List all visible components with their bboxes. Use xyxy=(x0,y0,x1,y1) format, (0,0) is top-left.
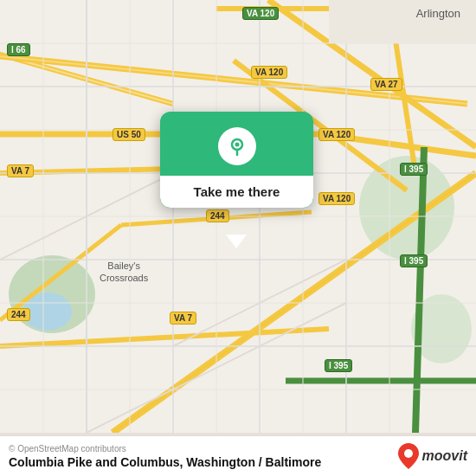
highway-label-i395-right1: I 395 xyxy=(400,163,428,176)
pin-icon xyxy=(225,134,249,158)
popup-card: Take me there xyxy=(160,112,313,208)
area-label-arlington: Arlington xyxy=(416,7,460,20)
highway-label-va120-right: VA 120 xyxy=(318,128,355,141)
location-title: Columbia Pike and Columbus, Washington /… xyxy=(9,455,321,469)
highway-label-i395-bottom: I 395 xyxy=(325,359,352,372)
highway-label-va27: VA 27 xyxy=(370,78,402,91)
svg-point-47 xyxy=(235,143,239,147)
highway-label-us50: US 50 xyxy=(113,128,145,141)
highway-label-i395-right2: I 395 xyxy=(400,254,428,267)
moovit-logo: moovit xyxy=(398,443,467,469)
moovit-pin-icon xyxy=(398,443,419,469)
popup-icon-area xyxy=(160,112,313,176)
take-me-there-button[interactable]: Take me there xyxy=(160,176,313,208)
highway-label-va7-lower: VA 7 xyxy=(170,312,196,325)
map-container: Arlington Bailey'sCrossroads VA 120 I 66… xyxy=(0,0,476,476)
bottom-bar: © OpenStreetMap contributors Columbia Pi… xyxy=(0,435,476,476)
bottom-bar-left: © OpenStreetMap contributors Columbia Pi… xyxy=(9,444,321,469)
highway-label-va7-left: VA 7 xyxy=(7,164,34,177)
area-label-baileys: Bailey'sCrossroads xyxy=(100,260,148,285)
svg-point-49 xyxy=(404,449,413,458)
location-pin xyxy=(218,127,256,165)
highway-label-244: 244 xyxy=(206,209,229,222)
highway-label-va120-mid: VA 120 xyxy=(251,66,287,79)
popup-pointer xyxy=(226,235,247,248)
highway-label-i66: I 66 xyxy=(7,43,30,56)
moovit-text: moovit xyxy=(422,448,467,464)
highway-label-va120-top: VA 120 xyxy=(242,7,279,20)
osm-attribution: © OpenStreetMap contributors xyxy=(9,444,321,453)
highway-label-244-left: 244 xyxy=(7,308,30,321)
highway-label-va120-lower: VA 120 xyxy=(318,192,355,205)
